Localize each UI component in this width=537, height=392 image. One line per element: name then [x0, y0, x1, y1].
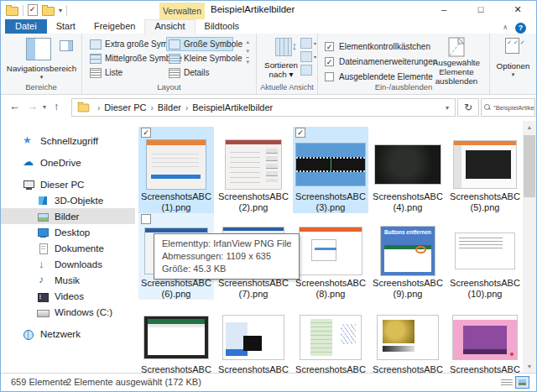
tab-datei[interactable]: Datei — [5, 19, 47, 34]
layout-option-gro-e-symbole[interactable]: Große Symbole — [166, 37, 233, 51]
checkbox-dateinamenerweiterungen[interactable]: ✓Dateinamenerweiterungen — [325, 54, 437, 69]
sidebar-item-schnellzugriff[interactable]: Schnellzugriff — [1, 133, 135, 149]
properties-icon[interactable] — [28, 4, 38, 16]
file-tile[interactable]: ScreenshotsABC — [216, 300, 291, 373]
title-bar: ▾ Verwalten BeispielArtikelbilder – □ ✕ — [1, 1, 536, 19]
file-tile[interactable]: ScreenshotsABC — [447, 300, 523, 373]
up-icon[interactable]: ↑ — [54, 100, 60, 112]
file-name: ScreenshotsABC — [293, 364, 368, 373]
checkbox-elementkontrollkästchen[interactable]: ✓Elementkontrollkästchen — [325, 39, 437, 54]
breadcrumb-item-bilder[interactable]: Bilder — [158, 102, 181, 112]
file-tile[interactable]: ScreenshotsABC — [293, 300, 368, 373]
back-icon[interactable]: ← — [9, 100, 20, 112]
group-label-layout: Layout — [82, 82, 256, 91]
layout-column-right: Große SymboleKleine SymboleDetails — [166, 37, 233, 80]
sidebar-item-videos[interactable]: Videos — [1, 288, 135, 304]
scroll-up-icon[interactable]: ▲ — [523, 121, 536, 133]
new-folder-icon[interactable] — [42, 7, 55, 16]
navigation-pane-icon[interactable] — [26, 38, 51, 60]
group-label-ein-ausblenden: Ein-/ausblenden — [318, 82, 489, 91]
file-tile[interactable]: ScreenshotsABC(4).png — [370, 127, 446, 213]
close-button[interactable]: ✕ — [499, 1, 536, 19]
navigation-pane: SchnellzugriffOneDriveDieser PC3D-Objekt… — [1, 121, 135, 373]
item-checkbox[interactable] — [141, 214, 151, 224]
sidebar-item-onedrive[interactable]: OneDrive — [1, 154, 135, 170]
file-tile[interactable]: ✓ScreenshotsABC(3).png — [293, 127, 368, 213]
sidebar-item-bilder[interactable]: Bilder — [1, 208, 135, 224]
details-view-toggle-icon[interactable] — [501, 378, 513, 387]
layout-option-liste[interactable]: Liste — [87, 65, 164, 80]
item-checkbox-checked[interactable]: ✓ — [141, 128, 151, 138]
contextual-tab-verwalten[interactable]: Verwalten — [159, 3, 205, 19]
customize-quick-access-icon[interactable]: ▾ — [59, 7, 62, 14]
breadcrumb-item-dieser-pc[interactable]: Dieser PC — [104, 102, 146, 112]
item-checkbox-checked[interactable]: ✓ — [295, 128, 305, 138]
refresh-icon[interactable]: ↻ — [457, 98, 479, 117]
maximize-button[interactable]: □ — [462, 1, 499, 19]
layout-option-mittelgro-e-symbole[interactable]: Mittelgroße Symbole — [87, 51, 164, 65]
file-tile[interactable]: ScreenshotsABC(8).png — [293, 213, 368, 300]
sidebar-item-3d-objekte[interactable]: 3D-Objekte — [1, 192, 135, 208]
thumbnail-view-toggle-icon[interactable] — [515, 376, 529, 389]
file-thumbnail — [226, 140, 281, 189]
vertical-scrollbar[interactable]: ▲ ▼ — [523, 121, 536, 373]
group-by-button[interactable]: ▾ — [300, 38, 316, 49]
navigation-pane-button[interactable]: Navigationsbereich — [1, 64, 82, 73]
sidebar-item-musik[interactable]: Musik — [1, 272, 135, 288]
ribbon-group-optionen: ✓✓✓ Optionen ▾ — [490, 34, 536, 94]
preview-pane-icon[interactable] — [60, 40, 73, 51]
file-thumbnail — [456, 233, 514, 269]
recent-locations-icon[interactable]: ▾ — [43, 103, 46, 111]
gallery-down-icon[interactable]: ▾ — [246, 48, 249, 54]
ribbon: Navigationsbereich ▾ Bereiche Extra groß… — [1, 34, 536, 95]
file-tile[interactable]: ScreenshotsABC — [138, 300, 214, 373]
file-tile[interactable]: Buttons entfernenScreenshotsABC(9).png — [370, 213, 446, 300]
file-tile[interactable]: ScreenshotsABC(10).png — [447, 213, 523, 300]
breadcrumb-separator: › — [93, 103, 104, 112]
file-tile[interactable]: ScreenshotsABC(2).png — [216, 127, 291, 213]
cloud-icon — [23, 157, 34, 169]
hide-selected-button[interactable]: Ausgewählte Elemente ausblenden — [425, 35, 487, 86]
list-view-icon — [90, 68, 102, 78]
file-name: ScreenshotsABC(7).png — [216, 278, 291, 300]
tab-bildtools[interactable]: Bildtools — [196, 19, 249, 34]
breadcrumb-item-beispielartikelbilder[interactable]: BeispielArtikelbilder — [192, 102, 273, 112]
star-icon — [23, 135, 34, 147]
sidebar-item-downloads[interactable]: Downloads — [1, 256, 135, 272]
sidebar-item-dieser-pc[interactable]: Dieser PC — [1, 176, 135, 192]
forward-icon[interactable]: → — [27, 100, 38, 112]
layout-option-extra-gro-e-symbole[interactable]: Extra große Symbole — [87, 37, 164, 51]
add-columns-button[interactable]: ▾ — [300, 51, 316, 62]
sidebar-item-desktop[interactable]: Desktop — [1, 224, 135, 240]
network-icon — [23, 328, 34, 340]
sidebar-item-windows-c[interactable]: Windows (C:) — [1, 304, 135, 320]
collapse-ribbon-icon[interactable]: ∧ — [503, 24, 508, 31]
layout-option-kleine-symbole[interactable]: Kleine Symbole — [166, 51, 233, 65]
scroll-down-icon[interactable]: ▼ — [523, 360, 536, 373]
minimize-button[interactable]: – — [425, 1, 462, 19]
size-columns-button[interactable] — [300, 65, 316, 76]
search-input[interactable]: "BeispielArtikelbild... — [493, 104, 535, 112]
documents-icon — [37, 243, 49, 254]
options-button[interactable]: Optionen — [490, 61, 536, 71]
gallery-more-icon[interactable]: ▾ — [246, 57, 249, 65]
gallery-up-icon[interactable]: ▴ — [246, 39, 249, 44]
breadcrumb-separator: › — [146, 103, 157, 112]
sidebar-item-netzwerk[interactable]: Netzwerk — [1, 326, 135, 342]
extra-large-icons-icon — [90, 39, 102, 50]
sort-by-button[interactable]: Sortieren — [257, 60, 305, 70]
file-tile[interactable]: ScreenshotsABC(5).png — [447, 127, 523, 213]
layout-option-details[interactable]: Details — [166, 65, 233, 80]
file-tile[interactable]: ✓ScreenshotsABC(1).png — [138, 127, 214, 213]
hide-selected-icon — [448, 37, 465, 57]
tab-start[interactable]: Start — [47, 19, 85, 34]
tab-ansicht[interactable]: Ansicht — [144, 19, 195, 34]
search-box[interactable]: "BeispielArtikelbild... — [481, 98, 535, 117]
address-dropdown-icon[interactable]: ▾ — [446, 104, 455, 112]
help-icon[interactable]: ? — [515, 23, 526, 34]
file-tile[interactable]: ScreenshotsABC — [370, 300, 446, 373]
sidebar-item-dokumente[interactable]: Dokumente — [1, 240, 135, 256]
scrollbar-thumb[interactable] — [524, 135, 535, 197]
address-bar[interactable]: › Dieser PC›Bilder›BeispielArtikelbilder… — [71, 98, 456, 117]
tab-freigeben[interactable]: Freigeben — [85, 19, 145, 34]
